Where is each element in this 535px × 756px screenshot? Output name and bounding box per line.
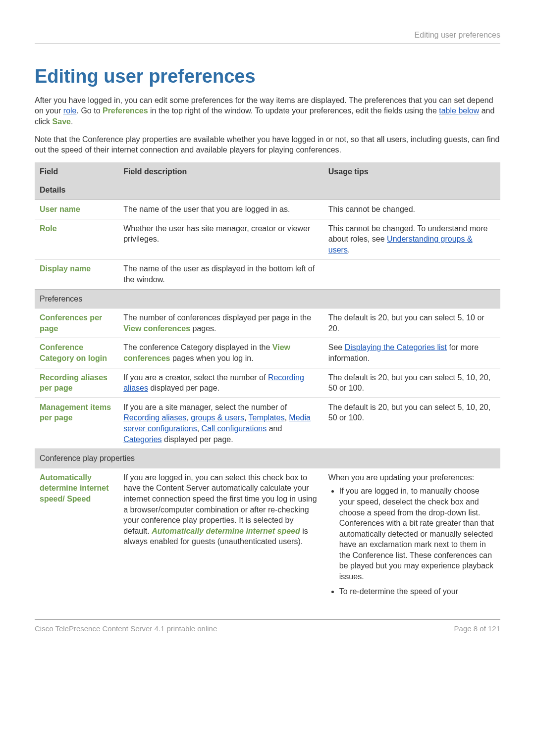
section-play-cell: Conference play properties: [35, 449, 500, 468]
row-mgmt: Management items per page If you are a s…: [35, 398, 500, 449]
th-desc: Field description: [118, 162, 323, 181]
desc-username: The name of the user that you are logged…: [118, 200, 323, 219]
tips-mgmt: The default is 20, but you can select 5,…: [323, 398, 500, 449]
mgmt-sep3: ,: [284, 413, 289, 422]
row-confcat: Conference Category on login The confere…: [35, 338, 500, 368]
mgmt-l3[interactable]: Templates: [248, 413, 284, 422]
section-details-cell: Details: [35, 181, 500, 200]
mgmt-sep5: and: [267, 424, 282, 433]
role-link[interactable]: role: [63, 106, 77, 115]
desc-confper: The number of conferences displayed per …: [118, 308, 323, 338]
tips-auto-b1: If you are logged in, to manually choose…: [339, 486, 495, 582]
preferences-word: Preferences: [103, 106, 148, 115]
row-role: Role Whether the user has site manager, …: [35, 219, 500, 259]
section-play: Conference play properties: [35, 449, 500, 468]
field-username: User name: [35, 200, 118, 219]
field-displayname: Display name: [35, 259, 118, 289]
bottom-divider: [35, 619, 500, 620]
desc-mgmt: If you are a site manager, select the nu…: [118, 398, 323, 449]
field-auto: Automatically determine internet speed/ …: [35, 468, 118, 605]
field-recalias: Recording aliases per page: [35, 368, 118, 398]
table-below-link[interactable]: table below: [439, 106, 479, 115]
tips-auto: When you are updating your preferences: …: [323, 468, 500, 605]
tips-confcat-a: See: [328, 343, 345, 352]
desc-recalias: If you are a creator, select the number …: [118, 368, 323, 398]
desc-mgmt-b: displayed per page.: [162, 435, 233, 444]
save-word: Save: [53, 117, 71, 126]
table-header-row: Field Field description Usage tips: [35, 162, 500, 181]
mgmt-l6[interactable]: Categories: [123, 435, 161, 444]
desc-recalias-b: displayed per page.: [148, 384, 219, 392]
section-prefs: Preferences: [35, 289, 500, 308]
intro-p1-e: .: [71, 117, 73, 126]
field-confper: Conferences per page: [35, 308, 118, 338]
mgmt-l1[interactable]: Recording aliases: [123, 413, 186, 422]
tips-recalias: The default is 20, but you can select 5,…: [323, 368, 500, 398]
mgmt-l5[interactable]: Call configurations: [202, 424, 267, 433]
th-field: Field: [35, 162, 118, 181]
section-details: Details: [35, 181, 500, 200]
top-divider: [35, 44, 500, 44]
footer: Cisco TelePresence Content Server 4.1 pr…: [35, 624, 500, 634]
row-displayname: Display name The name of the user as dis…: [35, 259, 500, 289]
desc-auto-a: If you are logged in, you can select thi…: [123, 473, 317, 535]
tips-auto-intro: When you are updating your preferences:: [328, 472, 495, 483]
desc-confcat-a: The conference Category displayed in the: [123, 343, 272, 352]
tips-role-b: .: [348, 246, 350, 254]
section-prefs-cell: Preferences: [35, 289, 500, 308]
intro-p2: Note that the Conference play properties…: [35, 134, 500, 155]
footer-right: Page 8 of 121: [454, 624, 500, 634]
desc-recalias-a: If you are a creator, select the number …: [123, 373, 268, 382]
desc-displayname: The name of the user as displayed in the…: [118, 259, 323, 289]
tips-role: This cannot be changed. To understand mo…: [323, 219, 500, 259]
field-mgmt: Management items per page: [35, 398, 118, 449]
field-confcat: Conference Category on login: [35, 338, 118, 368]
row-confper: Conferences per page The number of confe…: [35, 308, 500, 338]
desc-confper-b: View conferences: [123, 324, 190, 333]
th-tips: Usage tips: [323, 162, 500, 181]
page-title: Editing user preferences: [35, 64, 500, 89]
mgmt-sep1: ,: [186, 413, 191, 422]
desc-role: Whether the user has site manager, creat…: [118, 219, 323, 259]
row-auto: Automatically determine internet speed/ …: [35, 468, 500, 605]
mgmt-l2[interactable]: groups & users: [191, 413, 244, 422]
tips-confcat: See Displaying the Categories list for m…: [323, 338, 500, 368]
tips-auto-b2: To re-determine the speed of your: [339, 586, 495, 597]
desc-confper-a: The number of conferences displayed per …: [123, 313, 311, 322]
desc-auto-em: Automatically determine internet speed: [152, 527, 300, 535]
tips-displayname: [323, 259, 500, 289]
desc-confper-c: pages.: [190, 324, 216, 333]
preferences-table: Field Field description Usage tips Detai…: [35, 162, 500, 605]
desc-confcat-c: pages when you log in.: [170, 354, 253, 362]
tips-confper: The default is 20, but you can select 5,…: [323, 308, 500, 338]
header-page-title: Editing user preferences: [35, 30, 500, 41]
footer-left: Cisco TelePresence Content Server 4.1 pr…: [35, 624, 217, 633]
row-username: User name The name of the user that you …: [35, 200, 500, 219]
desc-confcat: The conference Category displayed in the…: [118, 338, 323, 368]
tips-username: This cannot be changed.: [323, 200, 500, 219]
desc-auto: If you are logged in, you can select thi…: [118, 468, 323, 605]
mgmt-sep4: ,: [197, 424, 202, 433]
intro-p1-b: . Go to: [77, 106, 103, 115]
intro-p1: After you have logged in, you can edit s…: [35, 95, 500, 127]
tips-auto-list: If you are logged in, to manually choose…: [328, 486, 495, 597]
desc-mgmt-a: If you are a site manager, select the nu…: [123, 403, 287, 411]
row-recalias: Recording aliases per page If you are a …: [35, 368, 500, 398]
categories-link[interactable]: Displaying the Categories list: [345, 343, 447, 352]
field-role: Role: [35, 219, 118, 259]
intro-p1-c: in the top right of the window. To updat…: [148, 106, 439, 115]
